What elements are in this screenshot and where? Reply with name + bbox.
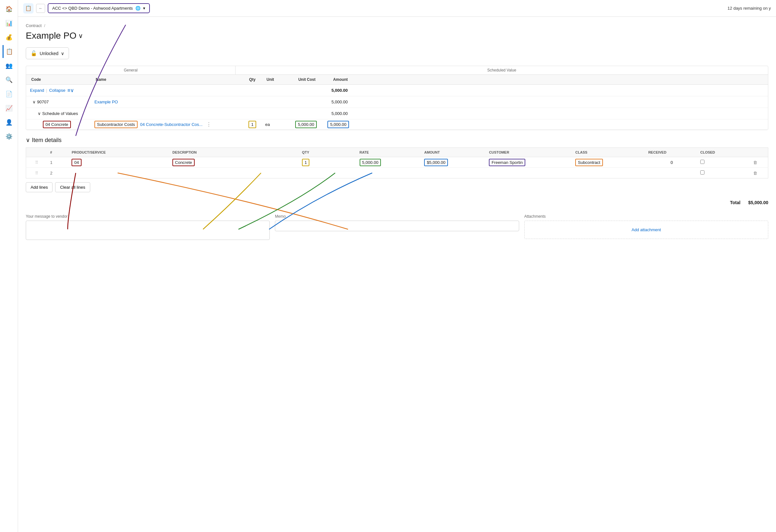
qty-cell-1[interactable]: 1: [300, 157, 357, 168]
col-qty: Qty: [239, 75, 265, 84]
sov-collapse-arrow[interactable]: ∨: [38, 111, 41, 116]
col-rate: RATE: [357, 148, 422, 157]
qty-outlined-1[interactable]: 1: [302, 159, 310, 166]
delete-cell-1[interactable]: 🗑: [742, 157, 768, 168]
bottom-section: Your message to vendor Memo Example PO A…: [26, 214, 768, 241]
globe-icon: 🌐: [135, 6, 141, 11]
status-badge[interactable]: 🔓 Unlocked ∨: [26, 47, 69, 59]
section-scheduled-label: Scheduled Value: [236, 66, 768, 74]
product-cell-2[interactable]: [69, 168, 170, 179]
product-outlined-1[interactable]: 04: [71, 159, 81, 166]
sidebar-icon-documents[interactable]: 📄: [3, 87, 15, 100]
description-cell-1[interactable]: Concrete: [170, 157, 300, 168]
sidebar-icon-contacts[interactable]: 👥: [3, 59, 15, 72]
sidebar-icon-search[interactable]: 🔍: [3, 73, 15, 86]
customer-outlined-1[interactable]: Freeman Sportin: [489, 159, 525, 166]
name-cell-concrete[interactable]: Subcontractor Costs: [94, 121, 138, 128]
total-row: Total $5,000.00: [26, 197, 768, 208]
page-title: Example PO ∨: [26, 31, 768, 41]
expand-row-amount: 5,000.00: [317, 86, 349, 95]
amount-outlined-1[interactable]: $5,000.00: [424, 159, 448, 166]
memo-input[interactable]: Example PO: [275, 221, 519, 231]
sidebar-icon-users[interactable]: 👤: [3, 116, 15, 129]
table-row-concrete: 04 Concrete Subcontractor Costs 04 Concr…: [26, 119, 768, 130]
class-cell-2[interactable]: [573, 168, 645, 179]
code-cell-concrete[interactable]: 04 Concrete: [43, 121, 71, 128]
rate-cell-1[interactable]: 5,000.00: [357, 157, 422, 168]
breadcrumb[interactable]: Contract /: [26, 23, 768, 28]
add-attachment-link[interactable]: Add attachment: [632, 227, 661, 232]
add-lines-button[interactable]: Add lines: [26, 182, 52, 192]
customer-cell-1[interactable]: Freeman Sportin: [486, 157, 573, 168]
qty-cell-concrete[interactable]: 1: [248, 121, 256, 128]
sidebar-icon-reports[interactable]: 📊: [3, 17, 15, 30]
sidebar-icon-home[interactable]: 🏠: [3, 3, 15, 15]
rate-cell-2[interactable]: [357, 168, 422, 179]
closed-cell-2[interactable]: [698, 168, 742, 179]
sidebar-icon-contracts[interactable]: 📋: [3, 45, 15, 58]
item-details-chevron: ∨: [26, 137, 30, 144]
col-qty: QTY: [300, 148, 357, 157]
col-amount: AMOUNT: [421, 148, 486, 157]
description-cell-2[interactable]: [170, 168, 300, 179]
main-panel: 📋 ← ACC <> QBD Demo - Ashwood Apartments…: [18, 0, 776, 532]
attachments-field: Attachments Add attachment: [524, 214, 768, 241]
description-outlined-1[interactable]: Concrete: [172, 159, 195, 166]
col-amount: Amount: [317, 75, 349, 84]
more-options-icon[interactable]: ⋮: [205, 121, 213, 127]
expand-link[interactable]: Expand: [30, 88, 44, 93]
delete-cell-2[interactable]: 🗑: [742, 168, 768, 179]
page-title-chevron[interactable]: ∨: [78, 32, 83, 40]
table-row: ⠿ 2 🗑: [26, 168, 768, 179]
col-class: CLASS: [573, 148, 645, 157]
amount-cell-concrete[interactable]: 5,000.00: [328, 121, 349, 128]
closed-checkbox-1[interactable]: [700, 160, 705, 164]
item-details-header[interactable]: ∨ Item details: [26, 137, 768, 144]
total-value: $5,000.00: [748, 200, 768, 205]
chevron-down-icon: ▾: [143, 6, 145, 11]
col-num: #: [47, 148, 69, 157]
row-num-1: 1: [47, 157, 69, 168]
company-dropdown[interactable]: ACC <> QBD Demo - Ashwood Apartments 🌐 ▾: [48, 3, 150, 13]
drag-handle-2[interactable]: ⠿: [26, 168, 48, 179]
closed-checkbox-2[interactable]: [700, 170, 705, 175]
collapse-link[interactable]: Collapse: [49, 88, 65, 93]
sidebar-icon-billing[interactable]: 💰: [3, 31, 15, 44]
sov-label: Schedule of Values: [42, 111, 78, 116]
clear-all-lines-button[interactable]: Clear all lines: [55, 182, 90, 192]
row-name-90707[interactable]: Example PO: [94, 99, 118, 104]
link-concrete[interactable]: 04 Concrete-Subcontractor Cos...: [140, 122, 203, 127]
sidebar-icon-analytics[interactable]: 📈: [3, 102, 15, 115]
table-row-sov: ∨ Schedule of Values 5,000.00: [26, 108, 768, 119]
class-outlined-1[interactable]: Subcontract: [575, 159, 603, 166]
drag-handle[interactable]: ⠿: [26, 157, 48, 168]
sidebar: 🏠 📊 💰 📋 👥 🔍 📄 📈 👤 ⚙️: [0, 0, 18, 532]
main-table: General Scheduled Value Code Name Qty Un…: [26, 66, 768, 130]
col-drag: [26, 148, 48, 157]
trial-text: 12 days remaining on y: [728, 6, 771, 11]
class-cell-1[interactable]: Subcontract: [573, 157, 645, 168]
sidebar-icon-settings[interactable]: ⚙️: [3, 130, 15, 143]
attachments-label: Attachments: [524, 214, 768, 219]
breadcrumb-separator: /: [44, 23, 45, 28]
product-cell-1[interactable]: 04: [69, 157, 170, 168]
breadcrumb-link[interactable]: Contract: [26, 23, 41, 28]
col-description: DESCRIPTION: [170, 148, 300, 157]
page-title-text: Example PO: [26, 31, 76, 41]
amount-cell-1[interactable]: $5,000.00: [421, 157, 486, 168]
unit-cost-cell-concrete[interactable]: 5,000.00: [295, 121, 317, 128]
col-unit-cost: Unit Cost: [284, 75, 317, 84]
back-button[interactable]: ←: [36, 4, 45, 13]
amount-cell-2[interactable]: [421, 168, 486, 179]
row-collapse-arrow[interactable]: ∨: [32, 99, 36, 104]
status-chevron: ∨: [61, 51, 64, 56]
rate-outlined-1[interactable]: 5,000.00: [360, 159, 381, 166]
expand-collapse-row: Expand | Collapse ≡∨: [30, 87, 94, 93]
details-table: # PRODUCT/SERVICE DESCRIPTION QTY RATE A…: [26, 148, 768, 179]
customer-cell-2[interactable]: [486, 168, 573, 179]
status-label: Unlocked: [40, 51, 58, 56]
vendor-message-input[interactable]: [26, 221, 270, 240]
item-details-section: ∨ Item details # PRODUCT/SERVICE DESCRIP…: [26, 137, 768, 208]
qty-cell-2[interactable]: [300, 168, 357, 179]
closed-cell-1[interactable]: [698, 157, 742, 168]
